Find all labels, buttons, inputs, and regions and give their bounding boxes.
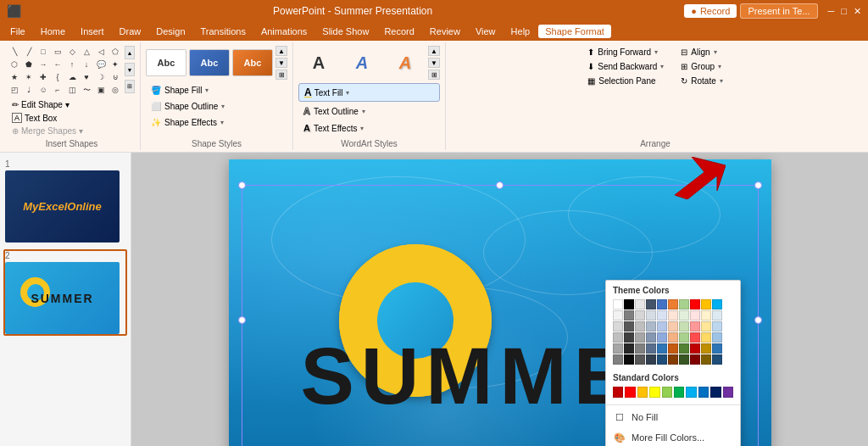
menu-insert[interactable]: Insert bbox=[74, 25, 111, 38]
shape-oct[interactable]: ⬟ bbox=[23, 59, 35, 70]
shape-donut[interactable]: ◎ bbox=[109, 84, 121, 96]
standard-color-8[interactable] bbox=[710, 387, 721, 398]
theme-color-4-6[interactable] bbox=[679, 343, 689, 354]
theme-color-0-9[interactable] bbox=[712, 299, 722, 309]
theme-color-0-8[interactable] bbox=[701, 299, 711, 309]
shape-diamond[interactable]: ◇ bbox=[66, 46, 78, 58]
theme-color-0-1[interactable] bbox=[624, 299, 634, 309]
standard-color-6[interactable] bbox=[686, 387, 696, 398]
theme-color-5-1[interactable] bbox=[624, 354, 634, 365]
theme-color-3-0[interactable] bbox=[613, 332, 623, 343]
text-outline-button[interactable]: A Text Outline ▾ bbox=[298, 103, 440, 119]
theme-color-3-3[interactable] bbox=[646, 332, 656, 343]
edit-shape-button[interactable]: ✏ Edit Shape ▾ bbox=[8, 98, 135, 111]
theme-color-1-1[interactable] bbox=[624, 310, 634, 321]
theme-color-4-3[interactable] bbox=[646, 343, 656, 354]
theme-color-3-4[interactable] bbox=[657, 332, 667, 343]
menu-slideshow[interactable]: Slide Show bbox=[315, 25, 376, 38]
theme-color-2-1[interactable] bbox=[624, 321, 634, 332]
theme-color-1-2[interactable] bbox=[635, 310, 645, 321]
wordart-scroll-down[interactable]: ▼ bbox=[428, 58, 440, 68]
theme-color-0-6[interactable] bbox=[679, 299, 689, 309]
menu-design[interactable]: Design bbox=[149, 25, 192, 38]
menu-home[interactable]: Home bbox=[34, 25, 72, 38]
theme-color-4-1[interactable] bbox=[624, 343, 634, 354]
theme-color-4-2[interactable] bbox=[635, 343, 645, 354]
wordart-style-1[interactable]: A bbox=[298, 49, 339, 76]
theme-color-5-7[interactable] bbox=[690, 354, 700, 365]
menu-draw[interactable]: Draw bbox=[113, 25, 148, 38]
shape-elbow[interactable]: ⌐ bbox=[52, 84, 64, 96]
menu-view[interactable]: View bbox=[469, 25, 503, 38]
menu-shape-format[interactable]: Shape Format bbox=[538, 25, 611, 38]
shape-frame[interactable]: ▣ bbox=[95, 84, 107, 96]
shape-line2[interactable]: ╱ bbox=[23, 46, 35, 58]
maximize-icon[interactable]: □ bbox=[841, 6, 847, 16]
theme-color-2-3[interactable] bbox=[646, 321, 656, 332]
theme-color-3-9[interactable] bbox=[712, 332, 722, 343]
styles-expand[interactable]: ⊞ bbox=[275, 70, 287, 80]
theme-color-0-7[interactable] bbox=[690, 299, 700, 309]
shape-effects-button[interactable]: ✨ Shape Effects ▾ bbox=[146, 115, 287, 130]
shape-rect[interactable]: □ bbox=[37, 46, 49, 58]
theme-color-5-3[interactable] bbox=[646, 354, 656, 365]
shape-arrow-u[interactable]: ↑ bbox=[66, 59, 78, 70]
menu-help[interactable]: Help bbox=[504, 25, 537, 38]
shape-note[interactable]: ♩ bbox=[23, 84, 35, 96]
theme-color-5-8[interactable] bbox=[701, 354, 711, 365]
shapes-scroll-up[interactable]: ▲ bbox=[125, 46, 135, 59]
wordart-style-3[interactable]: A bbox=[385, 49, 426, 76]
theme-color-3-5[interactable] bbox=[668, 332, 678, 343]
standard-color-7[interactable] bbox=[698, 387, 709, 398]
theme-color-2-2[interactable] bbox=[635, 321, 645, 332]
theme-color-4-9[interactable] bbox=[712, 343, 722, 354]
standard-color-1[interactable] bbox=[625, 387, 635, 398]
theme-color-5-0[interactable] bbox=[613, 354, 623, 365]
selection-pane-button[interactable]: ▦ Selection Pane bbox=[582, 75, 660, 87]
theme-color-4-0[interactable] bbox=[613, 343, 623, 354]
standard-color-0[interactable] bbox=[613, 387, 623, 398]
theme-color-5-6[interactable] bbox=[679, 354, 689, 365]
theme-color-2-4[interactable] bbox=[657, 321, 667, 332]
shape-star6[interactable]: ✶ bbox=[23, 71, 35, 83]
theme-color-3-2[interactable] bbox=[635, 332, 645, 343]
minimize-icon[interactable]: ─ bbox=[828, 6, 835, 16]
shape-arrow-d[interactable]: ↓ bbox=[81, 59, 92, 70]
slide-thumb-1[interactable]: 1 MyExcelOnline bbox=[3, 158, 127, 244]
theme-color-1-7[interactable] bbox=[690, 310, 700, 321]
standard-color-9[interactable] bbox=[723, 387, 733, 398]
send-backward-button[interactable]: ⬇ Send Backward ▾ bbox=[582, 60, 669, 73]
shape-rounded-rect[interactable]: ▭ bbox=[52, 46, 64, 58]
theme-color-1-5[interactable] bbox=[668, 310, 678, 321]
theme-color-5-2[interactable] bbox=[635, 354, 645, 365]
menu-transitions[interactable]: Transitions bbox=[194, 25, 253, 38]
theme-color-2-0[interactable] bbox=[613, 321, 623, 332]
shape-hex[interactable]: ⬡ bbox=[8, 59, 20, 70]
wordart-style-2[interactable]: A bbox=[342, 49, 382, 76]
shape-line[interactable]: ╲ bbox=[8, 46, 20, 58]
text-fill-button[interactable]: A Text Fill ▾ bbox=[298, 83, 440, 102]
theme-color-4-5[interactable] bbox=[668, 343, 678, 354]
theme-color-1-9[interactable] bbox=[712, 310, 722, 321]
theme-color-1-4[interactable] bbox=[657, 310, 667, 321]
more-fill-colors-option[interactable]: 🎨 More Fill Colors... bbox=[606, 427, 740, 446]
close-icon[interactable]: ✕ bbox=[854, 6, 861, 17]
shapes-scroll-down[interactable]: ▼ bbox=[125, 63, 135, 76]
theme-color-2-9[interactable] bbox=[712, 321, 722, 332]
present-button[interactable]: Present in Te... bbox=[740, 3, 817, 19]
menu-review[interactable]: Review bbox=[423, 25, 467, 38]
menu-file[interactable]: File bbox=[3, 25, 32, 38]
theme-color-3-8[interactable] bbox=[701, 332, 711, 343]
theme-color-3-7[interactable] bbox=[690, 332, 700, 343]
shape-cube[interactable]: ◰ bbox=[8, 84, 20, 96]
theme-color-0-3[interactable] bbox=[646, 299, 656, 309]
styles-scroll-down[interactable]: ▼ bbox=[275, 58, 287, 68]
text-effects-button[interactable]: A Text Effects ▾ bbox=[298, 120, 440, 136]
theme-color-0-0[interactable] bbox=[613, 299, 623, 309]
theme-color-3-6[interactable] bbox=[679, 332, 689, 343]
wordart-expand[interactable]: ⊞ bbox=[428, 70, 440, 80]
standard-color-3[interactable] bbox=[649, 387, 659, 398]
rotate-button[interactable]: ↻ Rotate ▾ bbox=[676, 75, 727, 87]
shape-moon[interactable]: ☽ bbox=[95, 71, 107, 83]
shape-star4[interactable]: ✦ bbox=[109, 59, 121, 70]
